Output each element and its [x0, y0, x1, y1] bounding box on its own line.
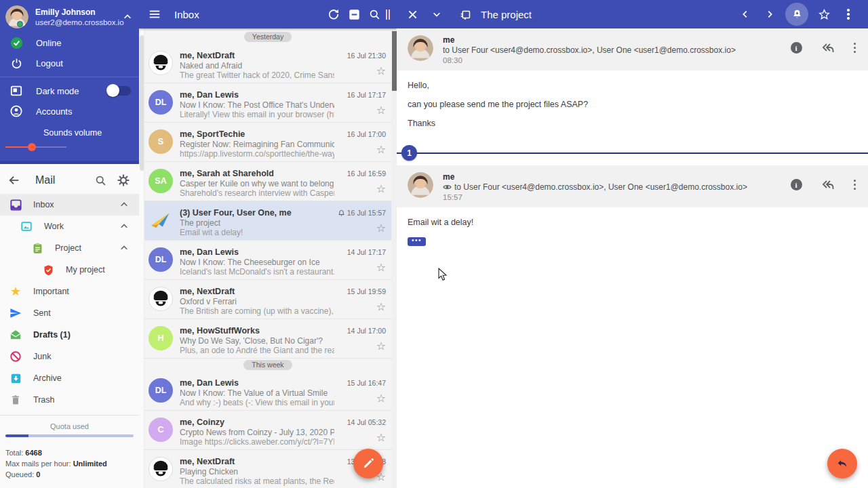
- status-online-item[interactable]: Online: [0, 33, 139, 53]
- star-icon[interactable]: ☆: [336, 392, 386, 405]
- mail-snippet: Sharehold's research interview with Casp…: [180, 188, 334, 198]
- chevron-right-icon[interactable]: [760, 4, 780, 24]
- mail-sender: me, Dan Lewis: [180, 88, 334, 100]
- more-menu-icon[interactable]: [838, 4, 859, 24]
- star-icon[interactable]: ☆: [336, 340, 386, 352]
- message-header[interactable]: me to User Four <user4@demo.crossbox.io>…: [397, 165, 868, 207]
- mail-subject: Casper ter Kuile on why we want to belon…: [180, 179, 334, 188]
- logout-label: Logout: [36, 58, 63, 68]
- list-scrollbar[interactable]: [391, 28, 397, 488]
- dark-mode-toggle[interactable]: [108, 86, 131, 96]
- pane-splitter-handle[interactable]: [386, 9, 390, 20]
- chevron-up-icon[interactable]: [120, 201, 128, 209]
- star-icon[interactable]: ☆: [336, 432, 386, 444]
- star-icon[interactable]: [814, 4, 834, 24]
- conversation-title: The project: [481, 9, 532, 20]
- select-all-icon[interactable]: [344, 4, 364, 24]
- online-status-icon: [8, 37, 24, 49]
- sidebar-item-drafts[interactable]: Drafts (1): [0, 324, 139, 346]
- info-icon[interactable]: i: [791, 42, 802, 54]
- chevron-up-icon[interactable]: [120, 222, 128, 230]
- star-icon[interactable]: ☆: [336, 104, 386, 117]
- sidebar-item-label: Inbox: [33, 200, 54, 209]
- sidebar-item-trash[interactable]: Trash: [0, 389, 139, 411]
- dark-mode-item[interactable]: Dark mode: [0, 81, 139, 101]
- nav-scrollbar[interactable]: [139, 28, 144, 488]
- refresh-icon[interactable]: [323, 4, 344, 24]
- mail-date: 14 Jul 17:17: [336, 245, 386, 258]
- sidebar-item-my-project[interactable]: My project: [0, 259, 139, 281]
- star-icon[interactable]: ☆: [336, 144, 386, 156]
- list-item[interactable]: H me, HowStuffWorks Why Do We Say, 'Clos…: [144, 319, 391, 359]
- scrollbar-thumb[interactable]: [392, 31, 397, 91]
- star-icon[interactable]: ☆: [336, 222, 386, 235]
- mail-subject: Why Do We Say, 'Close, But No Cigar'?: [180, 336, 334, 346]
- sidebar-item-junk[interactable]: Junk: [0, 346, 139, 367]
- message-recipients: to User Four <user4@demo.crossbox.io>, U…: [443, 182, 783, 192]
- scrollbar-thumb[interactable]: [140, 35, 144, 171]
- mail-date: 14 Jul 05:32: [336, 415, 386, 428]
- sidebar-item-important[interactable]: ★ Important: [0, 281, 139, 302]
- mail-sender: me, Dan Lewis: [180, 245, 334, 258]
- star-icon[interactable]: ☆: [336, 183, 386, 195]
- chevron-down-icon[interactable]: [427, 4, 447, 24]
- chevron-left-icon[interactable]: [735, 4, 755, 24]
- slider-thumb[interactable]: [28, 143, 36, 151]
- list-item[interactable]: DL me, Dan Lewis Now I Know: The Cheeseb…: [144, 241, 391, 280]
- search-icon[interactable]: [364, 4, 384, 24]
- gear-icon[interactable]: [117, 174, 130, 186]
- sidebar-item-label: Drafts (1): [33, 330, 71, 340]
- star-icon[interactable]: ☆: [336, 301, 386, 313]
- list-item[interactable]: C me, Coinzy Crypto News from Coinzy - J…: [144, 411, 391, 450]
- reply-button[interactable]: [827, 449, 857, 479]
- drafts-envelope-icon: [8, 329, 23, 341]
- more-menu-icon[interactable]: [854, 43, 856, 54]
- reply-all-icon[interactable]: [821, 43, 835, 54]
- message-header[interactable]: me to User Four <user4@demo.crossbox.io>…: [397, 28, 868, 70]
- sounds-volume-slider[interactable]: [5, 140, 134, 154]
- menu-icon[interactable]: [144, 4, 165, 24]
- list-item[interactable]: S me, SportTechie Register Now: Reimagin…: [144, 123, 391, 162]
- chevron-up-icon[interactable]: [120, 244, 128, 252]
- list-item[interactable]: me, NextDraft Oxford v Ferrari The Briti…: [144, 280, 391, 319]
- list-item-selected[interactable]: (3) User Four, User One, me The project …: [144, 201, 391, 241]
- list-title: Inbox: [174, 9, 323, 20]
- sidebar-item-archive[interactable]: Archive: [0, 367, 139, 389]
- show-quoted-text-button[interactable]: •••: [408, 237, 426, 246]
- trash-icon: [8, 394, 23, 405]
- search-icon[interactable]: [95, 175, 106, 186]
- logout-item[interactable]: Logout: [0, 53, 139, 73]
- mail-sender: me, HowStuffWorks: [180, 324, 334, 336]
- sidebar-item-project[interactable]: Project: [0, 237, 139, 259]
- chevron-up-icon[interactable]: [123, 12, 132, 22]
- divider: [0, 77, 139, 77]
- initials-avatar: DL: [149, 90, 173, 115]
- sidebar-item-label: Archive: [33, 373, 62, 383]
- sidebar-item-sent[interactable]: Sent: [0, 302, 139, 324]
- compose-button[interactable]: [353, 449, 383, 479]
- stat-queued: Queued: 0: [0, 468, 139, 479]
- reply-all-icon[interactable]: [821, 180, 835, 190]
- star-icon[interactable]: ☆: [336, 262, 386, 274]
- dark-mode-icon: [8, 85, 24, 97]
- info-icon[interactable]: i: [791, 179, 802, 190]
- sidebar-item-inbox[interactable]: Inbox: [0, 194, 139, 216]
- sidebar-item-work[interactable]: Work: [0, 216, 139, 237]
- close-icon[interactable]: [402, 4, 422, 24]
- list-item[interactable]: me, NextDraft Naked and Afraid The great…: [144, 44, 391, 83]
- nextdraft-avatar: [149, 51, 173, 75]
- list-item[interactable]: DL me, Dan Lewis Now I Know: The Post Of…: [144, 83, 391, 123]
- list-item[interactable]: SA me, Sarah at Sharehold Casper ter Kui…: [144, 162, 391, 201]
- mail-snippet: Plus, an ode to André the Giant and the …: [180, 346, 334, 355]
- initials-avatar: DL: [149, 247, 173, 272]
- notifications-bell-button[interactable]: [785, 3, 808, 26]
- avatar: [408, 172, 433, 198]
- archive-icon: [8, 373, 23, 384]
- more-menu-icon[interactable]: [854, 180, 856, 190]
- accounts-item[interactable]: Accounts: [0, 101, 139, 121]
- star-icon[interactable]: ☆: [336, 65, 386, 77]
- back-arrow-icon[interactable]: [8, 174, 20, 186]
- list-item[interactable]: DL me, Dan Lewis Now I Know: The Value o…: [144, 371, 391, 411]
- profile-row[interactable]: Emilly Johnson user2@demo.crossbox.io: [0, 0, 139, 33]
- sidebar-item-label: My project: [66, 265, 105, 274]
